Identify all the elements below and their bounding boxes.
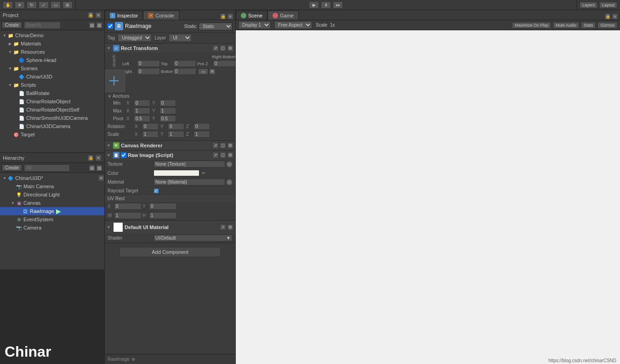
- scene-lock-btn[interactable]: 🔒: [604, 13, 611, 20]
- scale-tool-btn[interactable]: ⤢: [39, 1, 49, 9]
- hierarchy-item-maincamera[interactable]: ▶ 📷 Main Camera: [0, 182, 104, 190]
- color-swatch[interactable]: [154, 170, 199, 176]
- transform-tool-btn[interactable]: ⊞: [63, 1, 73, 9]
- gizmos-btn[interactable]: Gizmos: [597, 22, 617, 28]
- raw-image-ref-btn[interactable]: ↗: [212, 152, 219, 158]
- project-tree-item-chinarui3dcam[interactable]: ▶ 📄 ChinarUi3DCamera: [0, 122, 104, 130]
- rect-tool-btn[interactable]: ▭: [51, 1, 61, 9]
- static-dropdown[interactable]: Static Not Static: [199, 22, 233, 30]
- game-tab[interactable]: Game: [267, 11, 299, 20]
- tag-dropdown[interactable]: Untagged: [118, 34, 152, 42]
- hierarchy-item-chinarui3d[interactable]: ▼ 🔷 ChinarUi3D* ≡: [0, 174, 104, 182]
- pivot-x-input[interactable]: [134, 115, 150, 122]
- rect-transform-header[interactable]: ▼ ⊞ Rect Transform ↗ ⬡ ⚙: [105, 44, 235, 53]
- raycast-checkbox[interactable]: ✓: [154, 188, 159, 194]
- move-tool-btn[interactable]: ✛: [15, 1, 25, 9]
- default-material-header[interactable]: ▼ Default UI Material ↗ ⚙: [105, 221, 235, 234]
- rect-r-btn[interactable]: R: [209, 68, 216, 75]
- hierarchy-lock-btn[interactable]: 🔒: [87, 155, 94, 161]
- hierarchy-item-rawimage[interactable]: ▶ 🖼 RawImage ▶: [0, 207, 104, 215]
- project-tree-item-spherehead[interactable]: ▶ 🔵 Sphere-Head: [0, 56, 104, 64]
- material-circle-btn[interactable]: ○: [226, 179, 233, 185]
- inspector-lock-btn[interactable]: 🔒: [220, 13, 226, 20]
- anchor-max-x-input[interactable]: [134, 107, 150, 114]
- project-tree-item-chinarrotate[interactable]: ▶ 📄 ChinarRotateObject: [0, 97, 104, 106]
- hierarchy-item-eventsystem[interactable]: ▶ ⚙ EventSystem: [0, 215, 104, 224]
- material-dropdown[interactable]: None (Material): [154, 179, 225, 185]
- uv-w-input[interactable]: [114, 212, 142, 219]
- raw-image-header[interactable]: ▼ 📋 Raw Image (Script) ↗ ⬡ ⚙: [105, 151, 235, 160]
- mute-btn[interactable]: Mute Audio: [553, 22, 579, 28]
- bottom-input[interactable]: [173, 68, 196, 75]
- pivot-y-input[interactable]: [159, 115, 176, 122]
- texture-circle-btn[interactable]: ○: [226, 161, 233, 168]
- aspect-dropdown[interactable]: Free Aspect: [274, 21, 312, 29]
- project-tree-item-materials[interactable]: ▶ 📁 Materials: [0, 39, 104, 48]
- project-tree-item-chinarsmooth[interactable]: ▶ 📄 ChinarSmoothUi3DCamera: [0, 114, 104, 122]
- uv-x-input[interactable]: [114, 203, 142, 210]
- display-dropdown[interactable]: Display 1: [239, 21, 271, 29]
- project-collapse-btn[interactable]: ▥: [96, 22, 102, 28]
- project-expand-btn[interactable]: ▤: [89, 22, 95, 28]
- uv-y-input[interactable]: [149, 203, 176, 210]
- rotation-z-input[interactable]: [193, 123, 210, 130]
- rotation-x-input[interactable]: [142, 123, 159, 130]
- scene-menu-btn[interactable]: ≡: [612, 13, 618, 20]
- scale-y-input[interactable]: [168, 131, 184, 138]
- object-active-checkbox[interactable]: [108, 23, 113, 29]
- hierarchy-create-btn[interactable]: Create: [2, 164, 22, 171]
- hand-tool-btn[interactable]: ✋: [3, 1, 13, 9]
- color-edit-btn[interactable]: ✏: [200, 170, 207, 176]
- project-menu-btn[interactable]: ≡: [95, 12, 102, 18]
- rotate-tool-btn[interactable]: ↻: [27, 1, 37, 9]
- layer-dropdown[interactable]: UI: [169, 34, 192, 42]
- scene-tab[interactable]: Scene: [236, 11, 267, 20]
- left-input[interactable]: [137, 60, 160, 67]
- play-btn[interactable]: ▶: [309, 1, 319, 9]
- inspector-tab[interactable]: i Inspector: [105, 11, 143, 20]
- hierarchy-item-camera[interactable]: ▶ 📷 Camera: [0, 224, 104, 232]
- anchor-min-x-input[interactable]: [134, 100, 150, 106]
- material-ref-btn[interactable]: ↗: [220, 224, 226, 230]
- uv-h-input[interactable]: [149, 212, 176, 219]
- hierarchy-scene-menu[interactable]: ≡: [98, 175, 104, 181]
- canvas-renderer-header[interactable]: ▼ 👁 Canvas Renderer ↗ ⬡ ⚙: [105, 141, 235, 150]
- project-tree-item-scenes[interactable]: ▼ 📁 Scenes: [0, 64, 104, 73]
- stats-btn[interactable]: Stats: [581, 22, 596, 28]
- rect-copy-btn[interactable]: ⬡: [220, 45, 226, 51]
- project-tree-item-scripts[interactable]: ▼ 📁 Scripts: [0, 81, 104, 89]
- texture-dropdown[interactable]: None (Texture): [154, 161, 225, 168]
- hierarchy-expand-btn[interactable]: ▤: [89, 165, 95, 171]
- maximize-btn[interactable]: Maximize On Play: [512, 22, 551, 28]
- step-btn[interactable]: ⏭: [333, 1, 343, 9]
- hierarchy-menu-btn[interactable]: ≡: [95, 155, 102, 161]
- raw-image-active-checkbox[interactable]: [121, 152, 126, 158]
- hierarchy-item-canvas[interactable]: ▼ ▣ Canvas: [0, 199, 104, 207]
- rect-aspect-btn[interactable]: ▭: [198, 68, 208, 75]
- canvas-renderer-ref-btn[interactable]: ↗: [212, 142, 219, 149]
- anchor-box[interactable]: [105, 70, 125, 92]
- hierarchy-collapse-btn[interactable]: ▥: [96, 165, 102, 171]
- right-input[interactable]: [137, 68, 160, 75]
- project-tree-item-resources[interactable]: ▼ 📁 Resources: [0, 48, 104, 56]
- top-input[interactable]: [173, 60, 196, 67]
- anchor-max-y-input[interactable]: [159, 107, 176, 114]
- scale-z-input[interactable]: [193, 131, 210, 138]
- layout-btn[interactable]: Layout: [599, 2, 617, 8]
- canvas-renderer-settings-btn[interactable]: ⚙: [227, 142, 233, 149]
- rotation-y-input[interactable]: [168, 123, 184, 130]
- project-search-input[interactable]: [24, 22, 61, 29]
- hierarchy-item-directionallight[interactable]: ▶ 💡 Directional Light: [0, 190, 104, 199]
- project-tree-item-target[interactable]: ▶ 🎯 Target: [0, 130, 104, 139]
- anchor-min-y-input[interactable]: [159, 100, 176, 106]
- layers-btn[interactable]: Layers: [580, 2, 597, 8]
- raw-image-settings-btn[interactable]: ⚙: [227, 152, 233, 158]
- shader-dropdown[interactable]: UI/Default ▼: [154, 235, 233, 241]
- console-tab[interactable]: > Console: [143, 11, 179, 20]
- canvas-renderer-copy-btn[interactable]: ⬡: [220, 142, 226, 149]
- material-settings-btn[interactable]: ⚙: [227, 224, 233, 230]
- raw-image-copy-btn[interactable]: ⬡: [220, 152, 226, 158]
- project-tree-item-ballrotate[interactable]: ▶ 📄 BallRotate: [0, 89, 104, 97]
- project-create-btn[interactable]: Create: [2, 22, 22, 28]
- project-lock-btn[interactable]: 🔒: [87, 12, 94, 18]
